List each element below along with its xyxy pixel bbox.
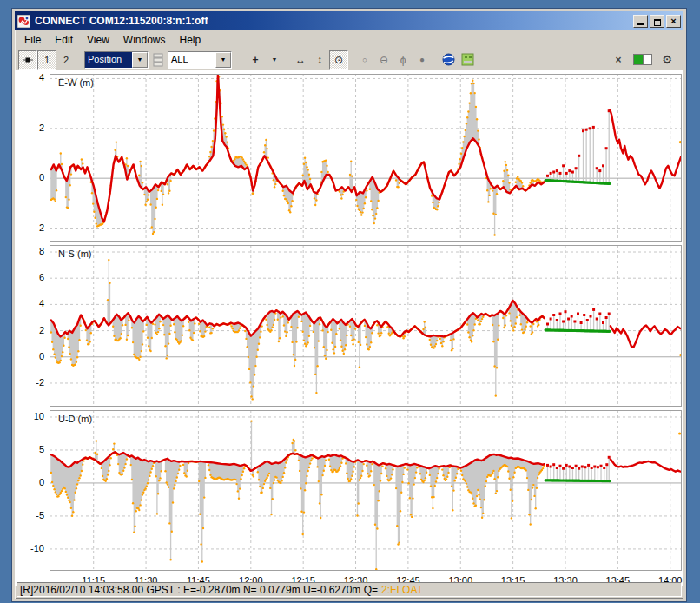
satellite-filter-value: ALL bbox=[168, 52, 215, 68]
y-tick-label: 10 bbox=[17, 411, 44, 421]
fit-horizontal-button[interactable]: ↔ bbox=[291, 50, 310, 70]
point-style-3-button[interactable]: ϕ bbox=[393, 50, 413, 70]
panel-ud-label: U-D (m) bbox=[58, 414, 92, 424]
y-tick-label: 2 bbox=[17, 325, 44, 335]
panel-ud-chart[interactable]: U-D (m) bbox=[50, 410, 682, 571]
minimize-icon bbox=[637, 23, 644, 25]
desktop: { "window": { "title": "CONNECT COM12:11… bbox=[0, 0, 700, 603]
menu-bar: FileEditViewWindowsHelp bbox=[15, 30, 683, 49]
status-bar: [R]2016/02/10 14:03:58.00 GPST : E=-0.28… bbox=[17, 582, 682, 597]
solution-2-button[interactable]: 2 bbox=[56, 50, 76, 70]
y-tick-label: 0 bbox=[17, 351, 44, 361]
menu-item-help[interactable]: Help bbox=[173, 32, 208, 48]
menu-item-windows[interactable]: Windows bbox=[116, 32, 173, 48]
stream-buffer-indicator bbox=[633, 54, 652, 65]
y-tick-label: 0 bbox=[17, 172, 44, 182]
map-view-icon bbox=[461, 53, 474, 66]
center-origin-button[interactable]: + bbox=[246, 50, 265, 70]
google-earth-button[interactable] bbox=[439, 50, 458, 70]
status-quality-badge: 2:FLOAT bbox=[381, 584, 423, 596]
maximize-icon bbox=[654, 19, 661, 26]
menu-item-file[interactable]: File bbox=[17, 32, 48, 48]
marker-style-button[interactable] bbox=[18, 50, 37, 70]
y-tick-label: 4 bbox=[17, 298, 44, 308]
close-button[interactable]: × bbox=[666, 15, 681, 28]
center-options-button[interactable]: ▼ bbox=[265, 50, 284, 70]
maximize-button[interactable] bbox=[650, 15, 664, 28]
panel-ew-label: E-W (m) bbox=[58, 77, 94, 88]
y-tick-label: 8 bbox=[17, 246, 44, 256]
status-text: [R]2016/02/10 14:03:58.00 GPST : E=-0.28… bbox=[20, 584, 378, 596]
y-tick-label: 2 bbox=[17, 123, 44, 133]
menu-item-edit[interactable]: Edit bbox=[48, 32, 80, 48]
y-tick-label: 5 bbox=[17, 444, 44, 454]
plot-type-value: Position bbox=[85, 52, 132, 68]
y-tick-label: -10 bbox=[17, 543, 44, 553]
chevron-down-icon[interactable]: ▼ bbox=[132, 52, 148, 68]
fit-vertical-button[interactable]: ↕ bbox=[310, 50, 329, 70]
solution-1-button[interactable]: 1 bbox=[37, 50, 56, 70]
y-tick-label: 6 bbox=[17, 272, 44, 282]
toolbar: 1 2 Position ▼ ALL ▼ + ▼ ↔ ↕ ⊙ ○ ⊖ ϕ ● bbox=[15, 49, 683, 70]
map-view-button[interactable] bbox=[458, 50, 477, 70]
google-earth-icon bbox=[442, 53, 455, 66]
panel-split-icon bbox=[153, 53, 163, 67]
track-center-button[interactable]: ⊙ bbox=[329, 50, 348, 70]
rtkplot-window: CONNECT COM12:115200:8:n:1:off × FileEdi… bbox=[12, 9, 686, 601]
point-style-2-button[interactable]: ⊖ bbox=[374, 50, 393, 70]
y-tick-label: 0 bbox=[17, 477, 44, 487]
minimize-button[interactable] bbox=[633, 15, 648, 28]
y-tick-label: 4 bbox=[17, 72, 44, 83]
menu-item-view[interactable]: View bbox=[80, 32, 116, 48]
panel-ns-chart[interactable]: N-S (m) bbox=[50, 245, 682, 407]
window-title: CONNECT COM12:115200:8:n:1:off bbox=[35, 15, 633, 27]
satellite-filter-combo[interactable]: ALL ▼ bbox=[168, 51, 232, 69]
y-tick-label: -5 bbox=[17, 510, 44, 520]
point-style-4-button[interactable]: ● bbox=[413, 50, 432, 70]
clear-button[interactable]: × bbox=[609, 50, 628, 70]
title-bar[interactable]: CONNECT COM12:115200:8:n:1:off × bbox=[15, 11, 683, 30]
app-icon bbox=[17, 15, 30, 28]
chevron-down-icon[interactable]: ▼ bbox=[215, 52, 231, 68]
plot-type-combo[interactable]: Position ▼ bbox=[84, 51, 149, 69]
point-style-1-button[interactable]: ○ bbox=[355, 50, 374, 70]
panel-split-button[interactable] bbox=[150, 50, 166, 70]
stream-buffer-fill bbox=[634, 55, 644, 64]
panel-ns-label: N-S (m) bbox=[58, 248, 92, 259]
y-tick-label: -2 bbox=[17, 222, 44, 233]
position-plot-area[interactable]: E-W (m)-2024N-S (m)-202468U-D (m)-10-505… bbox=[15, 70, 683, 586]
y-tick-label: -2 bbox=[17, 377, 44, 388]
options-button[interactable]: ⚙ bbox=[657, 50, 677, 70]
panel-ew-chart[interactable]: E-W (m) bbox=[50, 74, 682, 242]
marker-line-icon bbox=[22, 54, 34, 66]
